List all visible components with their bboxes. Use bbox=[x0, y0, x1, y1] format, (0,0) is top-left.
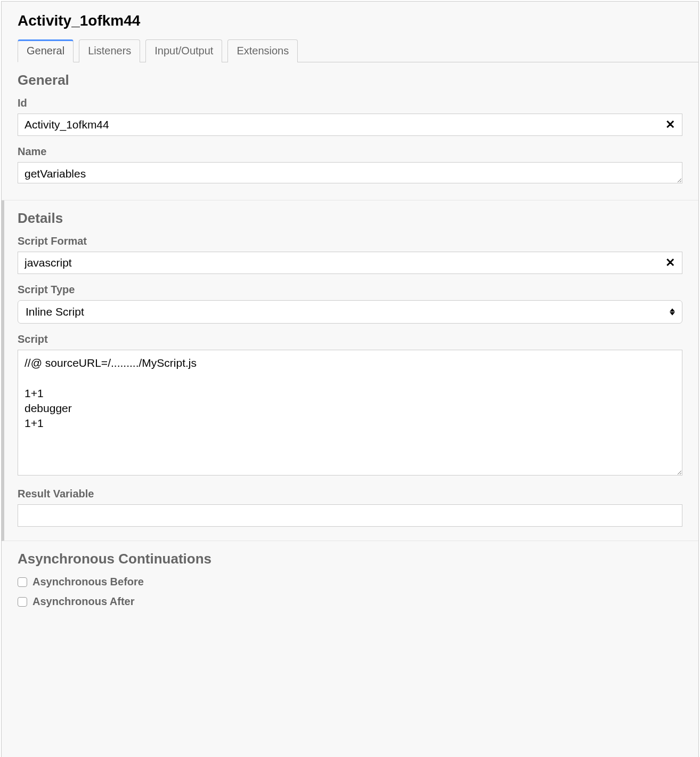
field-async-before: Asynchronous Before bbox=[18, 576, 682, 588]
section-async: Asynchronous Continuations Asynchronous … bbox=[2, 541, 698, 622]
async-before-checkbox[interactable] bbox=[18, 577, 27, 587]
id-label: Id bbox=[18, 97, 682, 109]
panel-header: Activity_1ofkm44 General Listeners Input… bbox=[2, 2, 698, 62]
name-input[interactable] bbox=[18, 162, 682, 183]
field-script: Script bbox=[18, 333, 682, 478]
script-format-wrap: ✕ bbox=[18, 252, 682, 274]
result-variable-label: Result Variable bbox=[18, 488, 682, 500]
tab-listeners[interactable]: Listeners bbox=[79, 39, 140, 62]
section-details-heading: Details bbox=[18, 210, 682, 227]
script-format-input[interactable] bbox=[18, 252, 682, 274]
section-general-heading: General bbox=[18, 72, 682, 88]
close-icon: ✕ bbox=[665, 118, 675, 131]
tab-input-output[interactable]: Input/Output bbox=[145, 39, 222, 62]
field-result-variable: Result Variable bbox=[18, 488, 682, 527]
field-async-after: Asynchronous After bbox=[18, 595, 682, 608]
field-script-format: Script Format ✕ bbox=[18, 235, 682, 274]
script-type-select[interactable]: Inline Script bbox=[18, 300, 682, 324]
tabs: General Listeners Input/Output Extension… bbox=[18, 39, 698, 62]
id-input-wrap: ✕ bbox=[18, 114, 682, 136]
tab-general[interactable]: General bbox=[18, 39, 74, 62]
async-after-checkbox[interactable] bbox=[18, 597, 27, 607]
id-clear-button[interactable]: ✕ bbox=[663, 117, 677, 133]
section-details: Details Script Format ✕ Script Type Inli… bbox=[2, 200, 698, 541]
field-name: Name bbox=[18, 146, 682, 186]
section-general: General Id ✕ Name bbox=[2, 62, 698, 200]
async-after-label: Asynchronous After bbox=[32, 595, 135, 608]
id-input[interactable] bbox=[18, 114, 682, 136]
element-title: Activity_1ofkm44 bbox=[18, 12, 682, 29]
tab-extensions[interactable]: Extensions bbox=[227, 39, 298, 62]
script-input[interactable] bbox=[18, 350, 682, 476]
script-format-label: Script Format bbox=[18, 235, 682, 247]
section-async-heading: Asynchronous Continuations bbox=[18, 551, 682, 567]
script-label: Script bbox=[18, 333, 682, 345]
script-format-clear-button[interactable]: ✕ bbox=[663, 255, 677, 271]
async-before-label: Asynchronous Before bbox=[32, 576, 144, 588]
name-label: Name bbox=[18, 146, 682, 158]
field-id: Id ✕ bbox=[18, 97, 682, 136]
script-type-label: Script Type bbox=[18, 284, 682, 296]
close-icon: ✕ bbox=[665, 256, 675, 269]
result-variable-input[interactable] bbox=[18, 504, 682, 527]
field-script-type: Script Type Inline Script bbox=[18, 284, 682, 324]
properties-panel: Activity_1ofkm44 General Listeners Input… bbox=[1, 1, 699, 757]
script-type-wrap: Inline Script bbox=[18, 300, 682, 324]
